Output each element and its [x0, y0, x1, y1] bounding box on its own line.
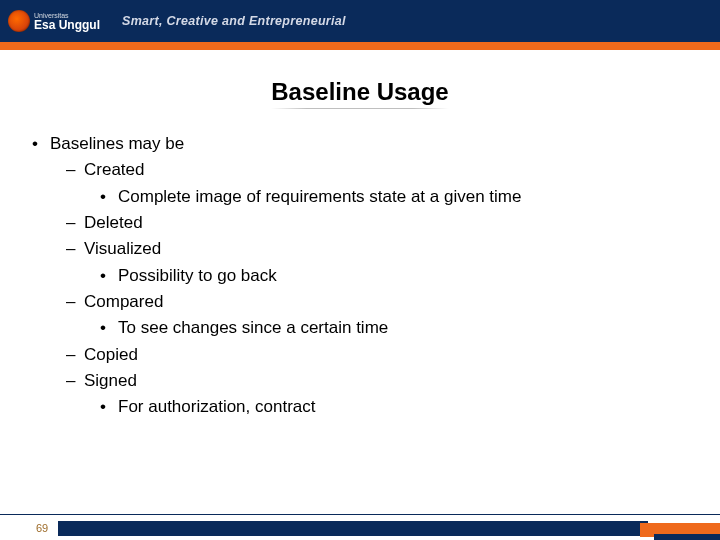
slide-title: Baseline Usage: [271, 78, 448, 109]
footer-navy-accent: [654, 534, 720, 540]
bullet-compared: Compared: [22, 289, 702, 315]
bullet-deleted: Deleted: [22, 210, 702, 236]
bullet-visualized-detail: Possibility to go back: [22, 263, 702, 289]
logo-subtext: Universitas: [34, 12, 100, 19]
page-number: 69: [36, 522, 48, 534]
university-logo: Universitas Esa Unggul: [8, 10, 100, 32]
logo-text: Universitas Esa Unggul: [34, 12, 100, 31]
bullet-signed: Signed: [22, 368, 702, 394]
bullet-created-detail: Complete image of requirements state at …: [22, 184, 702, 210]
bullet-compared-detail: To see changes since a certain time: [22, 315, 702, 341]
header-accent-bar: [0, 42, 720, 50]
footer-navy-bar: [58, 521, 648, 536]
bullet-created: Created: [22, 157, 702, 183]
slide-footer: 69: [0, 514, 720, 540]
slide-title-area: Baseline Usage: [0, 78, 720, 109]
bullet-visualized: Visualized: [22, 236, 702, 262]
bullet-signed-detail: For authorization, contract: [22, 394, 702, 420]
footer-divider: [0, 514, 720, 515]
logo-globe-icon: [8, 10, 30, 32]
slide-body: Baselines may be Created Complete image …: [0, 131, 720, 421]
bullet-copied: Copied: [22, 342, 702, 368]
slide-header: Universitas Esa Unggul Smart, Creative a…: [0, 0, 720, 42]
logo-name: Esa Unggul: [34, 18, 100, 32]
header-tagline: Smart, Creative and Entrepreneurial: [122, 14, 346, 28]
bullet-l1: Baselines may be: [22, 131, 702, 157]
